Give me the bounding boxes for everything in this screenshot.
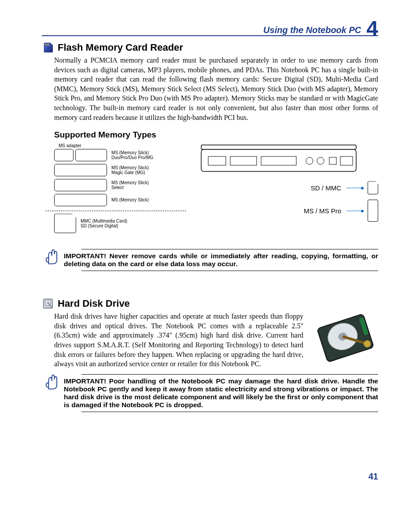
ms-adapter-label: MS adapter — [59, 143, 186, 148]
chapter-number: 4 — [366, 20, 378, 37]
important-text-2: IMPORTANT! Poor handling of the Notebook… — [64, 377, 378, 409]
card-label-4: MS (Memory Stick) — [111, 197, 149, 203]
dashed-divider — [45, 211, 186, 211]
laptop-diagram: SD / MMC MS / MS Pro — [199, 143, 378, 236]
ms-select-card-icon — [54, 179, 107, 191]
leader-line-icon — [346, 211, 362, 211]
card-label-1: MS (Memory Stick) Duo/Pro/Duo Pro/MG — [111, 150, 153, 160]
header-title: Using the Notebook PC — [263, 25, 361, 35]
important-note-1: IMPORTANT! Never remove cards while or i… — [44, 248, 378, 271]
svg-rect-3 — [201, 145, 356, 149]
laptop-side-icon — [199, 143, 358, 174]
ms-slot-card-icon — [368, 200, 378, 222]
svg-rect-4 — [201, 149, 356, 171]
hdd-icon — [42, 297, 54, 310]
section-title: Hard Disk Drive — [42, 297, 378, 310]
hdd-body: Hard disk drives have higher capacities … — [54, 312, 303, 369]
memory-types-figure: MS adapter MS (Memory Stick) Duo/Pro/Duo… — [54, 143, 378, 236]
memory-cards-left: MS adapter MS (Memory Stick) Duo/Pro/Duo… — [54, 143, 186, 236]
card-label-2: MS (Memory Stick) Magic Gate (MG) — [111, 165, 149, 175]
ms-card-icon — [54, 194, 107, 206]
page: Using the Notebook PC 4 Flash Memory Car… — [0, 0, 420, 509]
sd-slot-row: SD / MMC — [199, 181, 378, 194]
ms-slot-label: MS / MS Pro — [304, 207, 341, 215]
important-note-2: IMPORTANT! Poor handling of the Notebook… — [44, 373, 378, 412]
svg-rect-0 — [45, 44, 46, 45]
card-row-5: MMC (Multimedia Card) SD (Secure Digital… — [54, 214, 186, 233]
subheading: Supported Memory Types — [54, 130, 378, 140]
sd-slot-label: SD / MMC — [311, 184, 341, 192]
sd-card-icon — [54, 214, 76, 233]
section-title-text: Hard Disk Drive — [58, 298, 130, 309]
section-body: Normally a PCMCIA memory card reader mus… — [54, 56, 378, 122]
page-header: Using the Notebook PC 4 — [42, 18, 378, 36]
ms-mg-card-icon — [54, 164, 107, 176]
hdd-row: Hard disk drives have higher capacities … — [54, 312, 378, 369]
svg-rect-1 — [47, 44, 48, 45]
hand-icon — [44, 373, 58, 392]
memory-card-icon — [42, 41, 54, 54]
section-hdd: Hard Disk Drive Hard disk drives have hi… — [42, 297, 378, 412]
section-flash-memory: Flash Memory Card Reader Normally a PCMC… — [42, 41, 378, 271]
section-title-text: Flash Memory Card Reader — [58, 42, 183, 53]
card-row-4: MS (Memory Stick) — [54, 194, 186, 206]
hdd-image — [312, 312, 378, 362]
important-text-1: IMPORTANT! Never remove cards while or i… — [64, 252, 378, 268]
ms-adapter-icon — [75, 149, 107, 161]
hand-icon — [44, 248, 58, 267]
sd-slot-card-icon — [368, 181, 378, 194]
card-row-2: MS (Memory Stick) Magic Gate (MG) — [54, 164, 186, 176]
ms-duo-card-icon — [54, 149, 74, 161]
svg-rect-2 — [48, 44, 49, 45]
section-title: Flash Memory Card Reader — [42, 41, 378, 54]
ms-slot-row: MS / MS Pro — [199, 200, 378, 222]
card-label-5: MMC (Multimedia Card) SD (Secure Digital… — [81, 219, 127, 229]
card-row-1: MS (Memory Stick) Duo/Pro/Duo Pro/MG — [54, 149, 186, 161]
leader-line-icon — [346, 188, 362, 188]
page-number: 41 — [368, 472, 378, 482]
card-row-3: MS (Memory Stick) Select — [54, 179, 186, 191]
card-label-3: MS (Memory Stick) Select — [111, 180, 149, 190]
